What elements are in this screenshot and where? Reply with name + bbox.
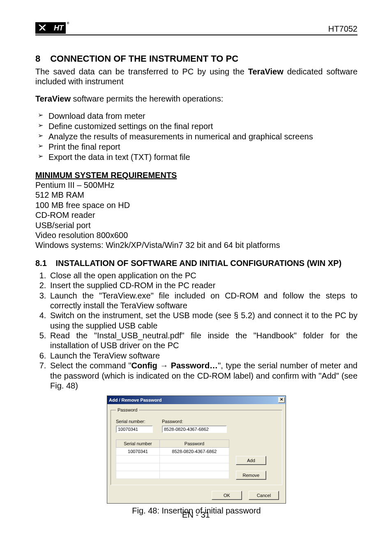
- table-row[interactable]: [116, 471, 229, 479]
- step-item: Switch on the instrument, set the USB mo…: [48, 310, 357, 331]
- req-line: Windows systems: Win2k/XP/Vista/Win7 32 …: [35, 240, 357, 250]
- ok-button[interactable]: OK: [212, 491, 242, 500]
- serial-number-label: Serial number:: [116, 419, 153, 424]
- serial-number-input[interactable]: [116, 426, 153, 433]
- dialog-title: Add / Remove Password: [109, 398, 161, 402]
- intro-para-1: The saved data can be transferred to PC …: [35, 67, 357, 86]
- list-item: Download data from meter: [35, 111, 357, 121]
- registered-mark: ®: [67, 21, 69, 25]
- page-footer: EN - 31: [0, 510, 392, 520]
- step-item: Close all the open application on the PC: [48, 271, 357, 280]
- col-serial: Serial number: [116, 440, 160, 448]
- list-item: Define customized settings on the final …: [35, 121, 357, 132]
- logo-text: HT: [54, 24, 63, 32]
- section-title: 8 CONNECTION OF THE INSTRUMENT TO PC: [35, 53, 357, 64]
- step-item: Launch the "TeraView.exe" file included …: [48, 291, 357, 311]
- cell-password: 8528-0820-4367-6862: [160, 448, 229, 456]
- remove-button[interactable]: Remove: [236, 471, 266, 480]
- password-label: Password:: [162, 419, 227, 424]
- intro-para-2: TeraView software permits the herewith o…: [35, 94, 357, 104]
- page-header: HT ® HT7052: [35, 22, 357, 35]
- password-groupbox: Password Serial number: Password:: [111, 407, 282, 485]
- min-req-list: Pentium III – 500MHz 512 MB RAM 100 MB f…: [35, 180, 357, 250]
- req-line: Video resolution 800x600: [35, 230, 357, 240]
- req-line: 100 MB free space on HD: [35, 200, 357, 210]
- col-password: Password: [160, 440, 229, 448]
- logo: HT ®: [35, 22, 66, 34]
- table-row[interactable]: 10070341 8528-0820-4367-6862: [116, 448, 229, 456]
- groupbox-label: Password: [116, 407, 139, 412]
- req-line: USB/serial port: [35, 220, 357, 230]
- list-item: Print the final report: [35, 142, 357, 152]
- list-item: Export the data in text (TXT) format fil…: [35, 152, 357, 162]
- section-heading-text: CONNECTION OF THE INSTRUMENT TO PC: [50, 53, 238, 64]
- install-steps: Close all the open application on the PC…: [35, 271, 357, 391]
- password-dialog: Add / Remove Password ✕ Password Serial …: [107, 395, 286, 504]
- step-item: Read the "Instal_USB_neutral.pdf" file i…: [48, 331, 357, 351]
- min-req-heading: MINIMUM SYSTEM REQUIREMENTS: [35, 171, 357, 180]
- close-icon[interactable]: ✕: [278, 397, 285, 403]
- table-row[interactable]: [116, 463, 229, 471]
- cell-serial: 10070341: [116, 448, 160, 456]
- figure-48: Add / Remove Password ✕ Password Serial …: [35, 395, 357, 516]
- cancel-button[interactable]: Cancel: [249, 491, 279, 500]
- section-number: 8: [35, 53, 48, 64]
- list-item: Analyze the results of measurements in n…: [35, 132, 357, 142]
- req-line: CD-ROM reader: [35, 210, 357, 220]
- step-item: Insert the supplied CD-ROM in the PC rea…: [48, 280, 357, 290]
- subsection-number: 8.1: [35, 259, 53, 268]
- step-item: Launch the TeraView software: [48, 351, 357, 361]
- dialog-titlebar[interactable]: Add / Remove Password ✕: [107, 396, 286, 404]
- model-label: HT7052: [328, 24, 357, 34]
- req-line: Pentium III – 500MHz: [35, 180, 357, 190]
- subsection-heading-text: INSTALLATION OF SOFTWARE AND INITIAL CON…: [56, 259, 342, 268]
- password-input[interactable]: [162, 426, 227, 433]
- table-row[interactable]: [116, 456, 229, 463]
- step-item: Select the command "Config → Password…",…: [48, 361, 357, 391]
- password-table[interactable]: Serial number Password 10070341 8528-082…: [116, 439, 229, 479]
- feature-list: Download data from meter Define customiz…: [35, 111, 357, 162]
- subsection-title: 8.1 INSTALLATION OF SOFTWARE AND INITIAL…: [35, 259, 357, 268]
- add-button[interactable]: Add: [236, 456, 266, 465]
- req-line: 512 MB RAM: [35, 190, 357, 200]
